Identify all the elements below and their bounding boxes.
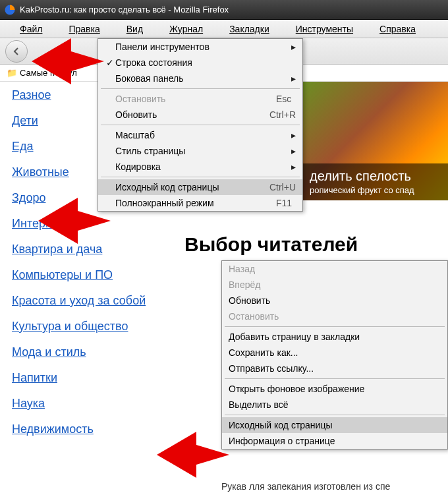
sidebar-link[interactable]: Мода и стиль (12, 345, 173, 359)
banner-title: делить спелость (310, 169, 441, 184)
sidebar-link[interactable]: Культура и общество (12, 320, 173, 334)
bookmark-folder-icon: 📁 (7, 68, 17, 78)
ctx-item-selectall[interactable]: Выделить всё (222, 397, 447, 413)
sidebar-link[interactable]: Красота и уход за собой (12, 294, 173, 308)
ctx-item-bgimage[interactable]: Открыть фоновое изображение (222, 381, 447, 397)
menu-item-toolbars[interactable]: Панели инструментов▸ (98, 39, 302, 55)
ctx-item-page-info[interactable]: Информация о странице (222, 433, 447, 449)
annotation-arrow-1 (32, 32, 104, 91)
ctx-item-reload[interactable]: Обновить (222, 293, 447, 308)
menu-item-page-source[interactable]: Исходный код страницыCtrl+U (98, 179, 302, 195)
menu-bookmarks[interactable]: Закладки (216, 21, 283, 37)
ctx-item-saveas[interactable]: Сохранить как... (222, 345, 447, 361)
sidebar-link[interactable]: Напитки (12, 371, 173, 385)
menu-item-statusbar[interactable]: ✓Строка состояния (98, 55, 302, 71)
window-title: KakProsto.ru: как просто сделать всё - M… (20, 5, 229, 14)
menu-view[interactable]: Вид (113, 21, 156, 37)
back-button[interactable] (5, 40, 28, 63)
ctx-item-stop[interactable]: Остановить (222, 308, 447, 324)
menu-item-fullscreen[interactable]: Полноэкранный режимF11 (98, 195, 302, 211)
menu-item-reload[interactable]: ОбновитьCtrl+R (98, 107, 302, 123)
window-titlebar: KakProsto.ru: как просто сделать всё - M… (0, 0, 448, 20)
menu-item-sidebar[interactable]: Боковая панель▸ (98, 71, 302, 86)
article-snippet: Рукав лля запекания изготовлен из спе (221, 481, 390, 492)
svg-marker-2 (38, 198, 111, 244)
menu-item-zoom[interactable]: Масштаб▸ (98, 127, 302, 143)
ctx-item-forward[interactable]: Вперёд (222, 277, 447, 293)
menu-item-stop[interactable]: ОстановитьEsc (98, 91, 302, 107)
ctx-item-bookmark[interactable]: Добавить страницу в закладки (222, 329, 447, 345)
sidebar-link[interactable]: Наука (12, 397, 173, 411)
svg-marker-1 (32, 38, 104, 84)
featured-banner[interactable]: делить спелость ропический фрукт со спад (303, 82, 448, 200)
sidebar-link[interactable]: Недвижимость (12, 422, 173, 436)
menu-tools[interactable]: Инструменты (283, 21, 366, 37)
menu-history[interactable]: Журнал (156, 21, 216, 37)
menu-item-encoding[interactable]: Кодировка▸ (98, 159, 302, 175)
annotation-arrow-3 (157, 425, 229, 484)
firefox-icon (4, 4, 16, 16)
ctx-item-back[interactable]: Назад (222, 261, 447, 277)
menu-help[interactable]: Справка (366, 21, 429, 37)
section-heading: Выбор читателей (184, 233, 358, 256)
menu-item-pagestyle[interactable]: Стиль страницы▸ (98, 143, 302, 159)
context-menu: Назад Вперёд Обновить Остановить Добавит… (221, 260, 448, 450)
ctx-item-sendlink[interactable]: Отправить ссылку... (222, 361, 447, 376)
ctx-item-page-source[interactable]: Исходный код страницы (222, 417, 447, 433)
svg-marker-3 (157, 432, 229, 478)
banner-subtitle: ропический фрукт со спад (310, 185, 441, 195)
sidebar-link[interactable]: Компьютеры и ПО (12, 268, 173, 282)
annotation-arrow-2 (38, 191, 111, 250)
view-dropdown-menu: Панели инструментов▸ ✓Строка состояния Б… (98, 38, 303, 212)
